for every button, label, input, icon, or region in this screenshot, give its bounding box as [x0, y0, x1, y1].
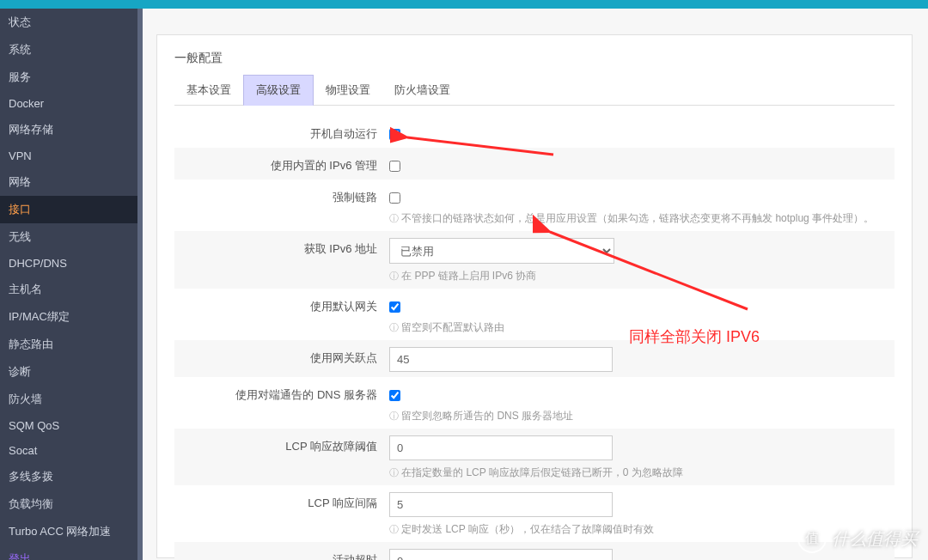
- sidebar-item-4[interactable]: 网络存储: [0, 116, 137, 143]
- label-ipv6_addr: 获取 IPv6 地址: [174, 236, 389, 257]
- select-ipv6_addr[interactable]: 已禁用: [389, 238, 614, 264]
- form-row-ipv6_mgmt: 使用内置的 IPv6 管理: [174, 148, 894, 180]
- label-default_gw: 使用默认网关: [174, 294, 389, 314]
- input-gw_metric[interactable]: [389, 347, 613, 372]
- sidebar-item-8[interactable]: 无线: [0, 223, 137, 251]
- tab-3[interactable]: 防火墙设置: [382, 76, 462, 105]
- label-gw_metric: 使用网关跃点: [174, 345, 389, 366]
- label-autostart: 开机自动运行: [174, 121, 389, 142]
- sidebar-item-13[interactable]: 诊断: [0, 358, 137, 386]
- form-row-ipv6_addr: 获取 IPv6 地址已禁用在 PPP 链路上启用 IPv6 协商: [174, 231, 894, 289]
- sidebar-item-7[interactable]: 接口: [0, 196, 137, 223]
- sidebar-item-1[interactable]: 系统: [0, 36, 137, 64]
- checkbox-ipv6_mgmt[interactable]: [389, 161, 400, 172]
- checkbox-peer_dns[interactable]: [389, 390, 400, 401]
- sidebar-edge: [137, 9, 143, 560]
- sidebar-item-5[interactable]: VPN: [0, 143, 137, 168]
- tab-2[interactable]: 物理设置: [314, 76, 382, 105]
- label-lcp_interval: LCP 响应间隔: [174, 490, 389, 511]
- tab-0[interactable]: 基本设置: [174, 76, 243, 105]
- help-peer_dns: 留空则忽略所通告的 DNS 服务器地址: [389, 409, 894, 423]
- help-lcp_fail: 在指定数量的 LCP 响应故障后假定链路已断开，0 为忽略故障: [389, 466, 894, 480]
- input-idle_timeout[interactable]: [389, 549, 613, 560]
- sidebar-item-19[interactable]: Turbo ACC 网络加速: [0, 518, 137, 545]
- sidebar-item-14[interactable]: 防火墙: [0, 386, 137, 413]
- tab-1[interactable]: 高级设置: [243, 75, 314, 106]
- sidebar-item-16[interactable]: Socat: [0, 438, 137, 463]
- sidebar-item-10[interactable]: 主机名: [0, 276, 137, 303]
- help-ipv6_addr: 在 PPP 链路上启用 IPv6 协商: [389, 269, 894, 283]
- sidebar-item-6[interactable]: 网络: [0, 168, 137, 196]
- label-idle_timeout: 活动超时: [174, 547, 389, 560]
- sidebar-item-12[interactable]: 静态路由: [0, 331, 137, 358]
- sidebar-item-0[interactable]: 状态: [0, 9, 137, 36]
- checkbox-force_link[interactable]: [389, 192, 400, 204]
- form-row-peer_dns: 使用对端通告的 DNS 服务器留空则忽略所通告的 DNS 服务器地址: [174, 377, 894, 429]
- form-row-gw_metric: 使用网关跃点: [174, 340, 894, 377]
- help-default_gw: 留空则不配置默认路由: [389, 320, 894, 335]
- form-row-idle_timeout: 活动超时在给定时间（秒）后关闭非活动链接，0 为保持连接: [174, 542, 894, 560]
- help-force_link: 不管接口的链路状态如何，总是用应用设置（如果勾选，链路状态变更将不再触发 hot…: [389, 211, 894, 226]
- input-lcp_fail[interactable]: [389, 435, 613, 460]
- tabs: 基本设置高级设置物理设置防火墙设置: [174, 75, 894, 106]
- form-row-lcp_fail: LCP 响应故障阈值在指定数量的 LCP 响应故障后假定链路已断开，0 为忽略故…: [174, 429, 894, 485]
- form-row-force_link: 强制链路不管接口的链路状态如何，总是用应用设置（如果勾选，链路状态变更将不再触发…: [174, 180, 894, 231]
- sidebar-item-15[interactable]: SQM QoS: [0, 413, 137, 438]
- checkbox-default_gw[interactable]: [389, 301, 400, 313]
- form-row-lcp_interval: LCP 响应间隔定时发送 LCP 响应（秒），仅在结合了故障阈值时有效: [174, 485, 894, 542]
- form: 开机自动运行使用内置的 IPv6 管理强制链路不管接口的链路状态如何，总是用应用…: [174, 116, 894, 560]
- sidebar-item-20[interactable]: 登出: [0, 545, 137, 560]
- watermark-text: 什么值得买: [832, 527, 918, 551]
- sidebar-item-3[interactable]: Docker: [0, 91, 137, 116]
- sidebar-item-17[interactable]: 多线多拨: [0, 463, 137, 490]
- input-lcp_interval[interactable]: [389, 492, 613, 517]
- label-peer_dns: 使用对端通告的 DNS 服务器: [174, 382, 389, 403]
- form-row-autostart: 开机自动运行: [174, 116, 894, 148]
- sidebar-item-2[interactable]: 服务: [0, 64, 137, 91]
- label-lcp_fail: LCP 响应故障阈值: [174, 434, 389, 454]
- top-bar: [0, 0, 928, 9]
- content-panel: 一般配置 基本设置高级设置物理设置防火墙设置 开机自动运行使用内置的 IPv6 …: [156, 34, 913, 558]
- watermark: 值 什么值得买: [797, 524, 918, 553]
- label-ipv6_mgmt: 使用内置的 IPv6 管理: [174, 153, 389, 173]
- sidebar-item-18[interactable]: 负载均衡: [0, 490, 137, 518]
- sidebar-item-11[interactable]: IP/MAC绑定: [0, 303, 137, 331]
- label-force_link: 强制链路: [174, 185, 389, 205]
- sidebar-item-9[interactable]: DHCP/DNS: [0, 251, 137, 276]
- checkbox-autostart[interactable]: [389, 129, 400, 140]
- watermark-icon: 值: [797, 524, 827, 553]
- section-title: 一般配置: [174, 51, 894, 66]
- sidebar: 状态系统服务Docker网络存储VPN网络接口无线DHCP/DNS主机名IP/M…: [0, 9, 137, 560]
- form-row-default_gw: 使用默认网关留空则不配置默认路由: [174, 289, 894, 340]
